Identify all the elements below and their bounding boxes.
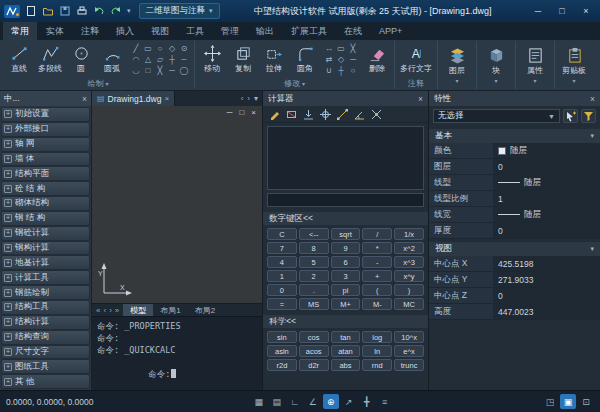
palette-item[interactable]: 图纸工具 bbox=[1, 359, 90, 374]
palette-item[interactable]: 钢 结 构 bbox=[1, 211, 90, 226]
minimize-button[interactable]: ─ bbox=[526, 2, 550, 20]
calc-sci-key[interactable]: 10^x bbox=[394, 331, 424, 343]
calc-sci-key[interactable]: sin bbox=[267, 331, 297, 343]
status-toggle-icon[interactable]: ╋ bbox=[359, 394, 375, 409]
draw-tool-icon[interactable]: ┼ bbox=[166, 54, 178, 65]
status-right-icon[interactable]: ◳ bbox=[542, 394, 558, 409]
ribbon-tab[interactable]: 工具 bbox=[178, 22, 212, 40]
draw-tool-icon[interactable]: ╱ bbox=[130, 43, 142, 54]
calc-key[interactable]: M+ bbox=[331, 298, 361, 310]
calc-key[interactable]: * bbox=[362, 242, 392, 254]
calc-key[interactable]: ( bbox=[362, 284, 392, 296]
new-file-icon[interactable] bbox=[23, 4, 38, 19]
thickness-value[interactable]: 0 bbox=[493, 223, 600, 238]
linetype-value[interactable]: 随层 bbox=[493, 175, 600, 190]
calculator-history[interactable] bbox=[267, 126, 424, 190]
save-icon[interactable] bbox=[57, 4, 72, 19]
modify-tool-icon[interactable]: ◇ bbox=[335, 54, 347, 65]
calc-key[interactable]: 4 bbox=[267, 256, 297, 268]
calc-sci-key[interactable]: log bbox=[362, 331, 392, 343]
numpad-section-header[interactable]: 数字键区<< bbox=[263, 212, 428, 225]
draw-tool-icon[interactable]: △ bbox=[142, 54, 154, 65]
calc-key[interactable]: 5 bbox=[299, 256, 329, 268]
ribbon-tab[interactable]: APP+ bbox=[371, 22, 410, 40]
palette-item[interactable]: 钢构计算 bbox=[1, 241, 90, 256]
ribbon-tab[interactable]: 扩展工具 bbox=[283, 22, 335, 40]
calc-key[interactable]: sqrt bbox=[331, 228, 361, 240]
angle-icon[interactable] bbox=[353, 108, 366, 121]
palette-item[interactable]: 外部接口 bbox=[1, 122, 90, 137]
center-x-value[interactable]: 425.5198 bbox=[493, 256, 600, 271]
ribbon-tab[interactable]: 常用 bbox=[3, 22, 37, 40]
annotate-panel-label[interactable]: 注释 bbox=[397, 77, 435, 89]
calc-key[interactable]: + bbox=[362, 270, 392, 282]
layer-value[interactable]: 0 bbox=[493, 159, 600, 174]
palette-item[interactable]: 墙 体 bbox=[1, 152, 90, 167]
redo-icon[interactable] bbox=[108, 4, 123, 19]
calc-key[interactable]: ) bbox=[394, 284, 424, 296]
draw-tool-icon[interactable]: ▱ bbox=[154, 54, 166, 65]
draw-tool-icon[interactable]: ◇ bbox=[166, 43, 178, 54]
draw-tool-icon[interactable]: ○ bbox=[154, 43, 166, 54]
layout-nav-icon[interactable]: « bbox=[96, 306, 100, 315]
draw-tool-icon[interactable]: ◯ bbox=[178, 65, 190, 76]
calc-key[interactable]: 8 bbox=[299, 242, 329, 254]
modify-tool-icon[interactable]: ─ bbox=[347, 54, 359, 65]
calc-key[interactable]: <-- bbox=[299, 228, 329, 240]
command-window[interactable]: 命令: _PROPERTIES命令:命令: _QUICKCALC 命令: bbox=[92, 316, 262, 390]
calc-key[interactable]: = bbox=[267, 298, 297, 310]
calc-sci-key[interactable]: e^x bbox=[394, 345, 424, 357]
ribbon-tab[interactable]: 管理 bbox=[213, 22, 247, 40]
calc-key[interactable]: x^y bbox=[394, 270, 424, 282]
plot-icon[interactable] bbox=[74, 4, 89, 19]
status-toggle-icon[interactable]: ▦ bbox=[251, 394, 267, 409]
ribbon-tab[interactable]: 视图 bbox=[143, 22, 177, 40]
maximize-button[interactable]: □ bbox=[550, 2, 574, 20]
calc-key[interactable]: 1/x bbox=[394, 228, 424, 240]
layout-nav-icon[interactable]: » bbox=[115, 306, 119, 315]
modify-tool-icon[interactable]: ○ bbox=[347, 65, 359, 76]
palette-item[interactable]: 初始设置 bbox=[1, 107, 90, 122]
calc-key[interactable]: pi bbox=[331, 284, 361, 296]
calc-sci-key[interactable]: r2d bbox=[267, 359, 297, 371]
tab-scroll-right-icon[interactable]: › bbox=[247, 94, 250, 103]
line-button[interactable]: 直线 bbox=[4, 44, 34, 75]
status-right-icon[interactable]: ▣ bbox=[560, 394, 576, 409]
palette-item[interactable]: 计算工具 bbox=[1, 270, 90, 285]
calculator-input[interactable] bbox=[267, 193, 424, 207]
qat-dropdown-icon[interactable]: ▾ bbox=[125, 7, 133, 15]
edit-pencil-icon[interactable] bbox=[268, 108, 281, 121]
lineweight-value[interactable]: 随层 bbox=[493, 207, 600, 222]
calc-sci-key[interactable]: tan bbox=[331, 331, 361, 343]
layers-button[interactable]: 图层 ▾ bbox=[440, 47, 474, 84]
calc-key[interactable]: - bbox=[362, 256, 392, 268]
calc-key[interactable]: M- bbox=[362, 298, 392, 310]
properties-close-icon[interactable]: × bbox=[590, 94, 595, 104]
calc-sci-key[interactable]: acos bbox=[299, 345, 329, 357]
tab-scroll-left-icon[interactable]: ‹ bbox=[241, 94, 244, 103]
draw-tool-icon[interactable]: ▭ bbox=[142, 43, 154, 54]
status-right-icon[interactable]: ⊡ bbox=[578, 394, 594, 409]
color-value[interactable]: 随层 bbox=[493, 143, 600, 158]
status-toggle-icon[interactable]: ↗ bbox=[341, 394, 357, 409]
modify-tool-icon[interactable]: ▭ bbox=[335, 43, 347, 54]
select-objects-icon[interactable] bbox=[563, 109, 578, 123]
status-toggle-icon[interactable]: ≡ bbox=[377, 394, 393, 409]
layout-tab[interactable]: 布局2 bbox=[188, 304, 222, 316]
get-coordinates-icon[interactable] bbox=[319, 108, 332, 121]
status-toggle-icon[interactable]: ▤ bbox=[269, 394, 285, 409]
calc-key[interactable]: 0 bbox=[267, 284, 297, 296]
palette-item[interactable]: 结构平面 bbox=[1, 166, 90, 181]
ribbon-tab[interactable]: 插入 bbox=[108, 22, 142, 40]
modify-tool-icon[interactable]: ┼ bbox=[335, 65, 347, 76]
calc-key[interactable]: 9 bbox=[331, 242, 361, 254]
calc-key[interactable]: 6 bbox=[331, 256, 361, 268]
ribbon-tab[interactable]: 注释 bbox=[73, 22, 107, 40]
copy-button[interactable]: 复制 bbox=[228, 44, 258, 75]
calc-sci-key[interactable]: atan bbox=[331, 345, 361, 357]
distance-icon[interactable] bbox=[336, 108, 349, 121]
palette-item[interactable]: 其 他 bbox=[1, 374, 90, 389]
palette-item[interactable]: 尺寸文字 bbox=[1, 345, 90, 360]
modify-panel-label[interactable]: 修改 ▾ bbox=[197, 77, 392, 89]
calc-key[interactable]: / bbox=[362, 228, 392, 240]
